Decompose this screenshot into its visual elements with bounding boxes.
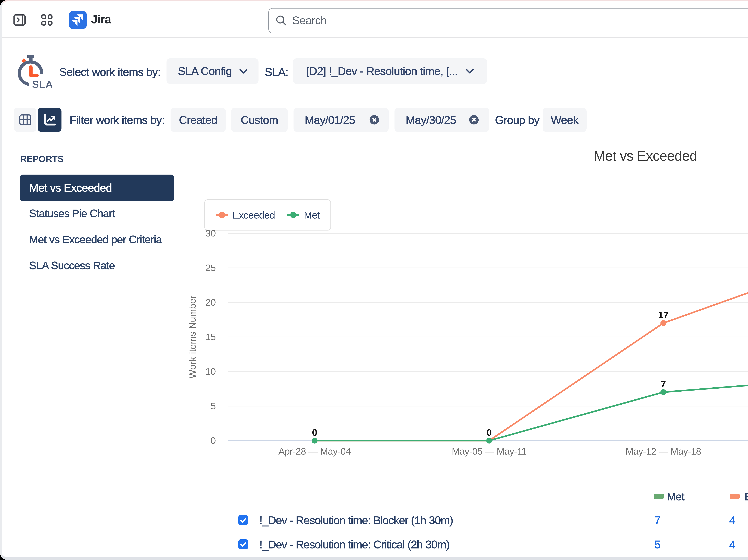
svg-text:May-05 — May-11: May-05 — May-11 [452,446,527,457]
svg-text:0: 0 [487,427,492,438]
svg-text:10: 10 [205,366,216,377]
svg-text:Work items Number: Work items Number [187,296,197,378]
svg-text:Met vs Exceeded: Met vs Exceeded [594,148,697,164]
svg-text:25: 25 [205,262,216,273]
svg-text:SLA: SLA [32,79,53,90]
svg-text:5: 5 [211,401,216,411]
svg-text:17: 17 [658,310,669,320]
svg-text:30: 30 [205,228,216,238]
svg-text:Exceeded: Exceeded [232,210,275,220]
svg-text:0: 0 [211,435,216,446]
svg-text:Apr-28 — May-04: Apr-28 — May-04 [278,446,351,457]
svg-text:0: 0 [312,427,317,438]
svg-text:7: 7 [661,379,666,389]
svg-text:Met: Met [304,210,320,220]
svg-text:May-12 — May-18: May-12 — May-18 [626,446,701,457]
svg-text:20: 20 [205,297,216,307]
svg-text:15: 15 [205,332,216,342]
